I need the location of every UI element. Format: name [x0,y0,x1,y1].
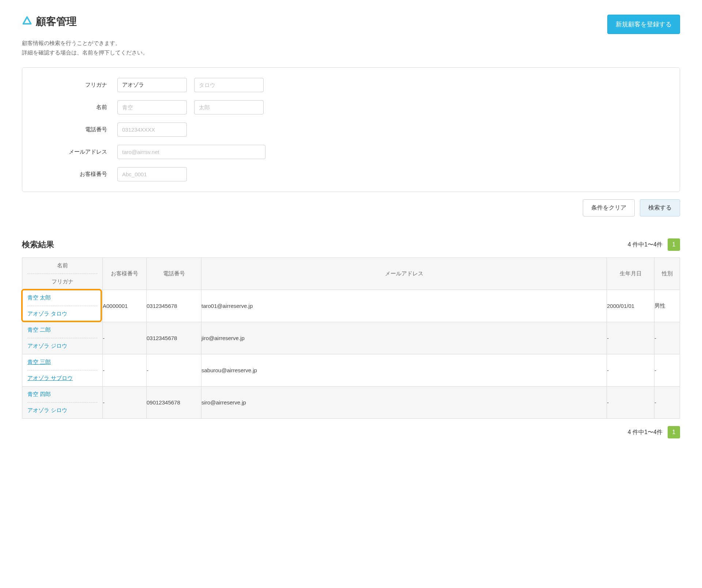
name-cell: 青空 三郎アオゾラ サブロウ [22,354,103,387]
customer-no-cell: A0000001 [103,290,147,322]
customer-name-link[interactable]: 青空 二郎 [27,327,51,333]
customer-kana-link[interactable]: アオゾラ ジロウ [27,343,67,349]
name-label: 名前 [22,104,117,111]
phone-cell: - [147,354,201,387]
phone-label: 電話番号 [22,126,117,133]
table-row: 青空 太郎アオゾラ タロウA00000010312345678taro01@ai… [22,290,680,322]
col-phone: 電話番号 [147,258,201,290]
email-label: メールアドレス [22,148,117,155]
search-panel: フリガナ 名前 電話番号 メールアドレス お客様番号 [22,67,680,192]
triangle-icon [22,16,32,27]
customer-kana-link[interactable]: アオゾラ サブロウ [27,375,73,381]
col-email: メールアドレス [201,258,607,290]
email-cell: jiro@airreserve.jp [201,322,607,354]
new-customer-button[interactable]: 新規顧客を登録する [607,15,680,34]
page-title: 顧客管理 [36,15,77,29]
dob-cell: - [607,354,654,387]
email-input[interactable] [117,145,265,159]
page-number-footer[interactable]: 1 [668,426,680,438]
col-customer-no: お客様番号 [103,258,147,290]
customer-name-link[interactable]: 青空 四郎 [27,391,51,397]
name-cell: 青空 四郎アオゾラ シロウ [22,387,103,419]
customer-no-label: お客様番号 [22,171,117,178]
furigana-mei-input[interactable] [194,78,264,92]
customer-name-link[interactable]: 青空 三郎 [27,359,51,365]
gender-cell: - [654,322,680,354]
description-line1: 顧客情報の検索を行うことができます。 [22,38,680,48]
col-name-header: 名前 フリガナ [22,258,103,290]
customer-no-cell: - [103,354,147,387]
customer-no-cell: - [103,387,147,419]
furigana-sei-input[interactable] [117,78,187,92]
name-cell: 青空 二郎アオゾラ ジロウ [22,322,103,354]
results-table: 名前 フリガナ お客様番号 電話番号 メールアドレス 生年月日 性別 青空 太郎… [22,257,680,419]
table-row: 青空 四郎アオゾラ シロウ-09012345678siro@airreserve… [22,387,680,419]
results-count-footer: 4 件中1〜4件 [628,429,663,436]
page-description: 顧客情報の検索を行うことができます。 詳細を確認する場合は、名前を押下してくださ… [22,38,680,57]
gender-cell: - [654,387,680,419]
col-name-top: 名前 [27,258,97,274]
name-sei-input[interactable] [117,100,187,114]
name-cell: 青空 太郎アオゾラ タロウ [22,290,103,322]
search-button[interactable]: 検索する [640,199,680,216]
customer-no-cell: - [103,322,147,354]
phone-cell: 09012345678 [147,387,201,419]
results-title: 検索結果 [22,239,54,250]
email-cell: siro@airreserve.jp [201,387,607,419]
table-row: 青空 三郎アオゾラ サブロウ--saburou@airreserve.jp-- [22,354,680,387]
col-name-bottom: フリガナ [27,274,97,290]
phone-cell: 0312345678 [147,290,201,322]
dob-cell: - [607,322,654,354]
page-number[interactable]: 1 [668,238,680,251]
email-cell: saburou@airreserve.jp [201,354,607,387]
col-dob: 生年月日 [607,258,654,290]
customer-no-input[interactable] [117,167,187,181]
phone-cell: 0312345678 [147,322,201,354]
customer-kana-link[interactable]: アオゾラ シロウ [27,407,67,413]
clear-button[interactable]: 条件をクリア [583,199,635,216]
results-count: 4 件中1〜4件 [628,241,663,249]
description-line2: 詳細を確認する場合は、名前を押下してください。 [22,48,680,57]
name-mei-input[interactable] [194,100,264,114]
dob-cell: 2000/01/01 [607,290,654,322]
col-gender: 性別 [654,258,680,290]
email-cell: taro01@airreserve.jp [201,290,607,322]
table-row: 青空 二郎アオゾラ ジロウ-0312345678jiro@airreserve.… [22,322,680,354]
customer-kana-link[interactable]: アオゾラ タロウ [27,310,67,317]
gender-cell: 男性 [654,290,680,322]
phone-input[interactable] [117,122,187,137]
customer-name-link[interactable]: 青空 太郎 [27,294,51,301]
furigana-label: フリガナ [22,82,117,88]
gender-cell: - [654,354,680,387]
dob-cell: - [607,387,654,419]
